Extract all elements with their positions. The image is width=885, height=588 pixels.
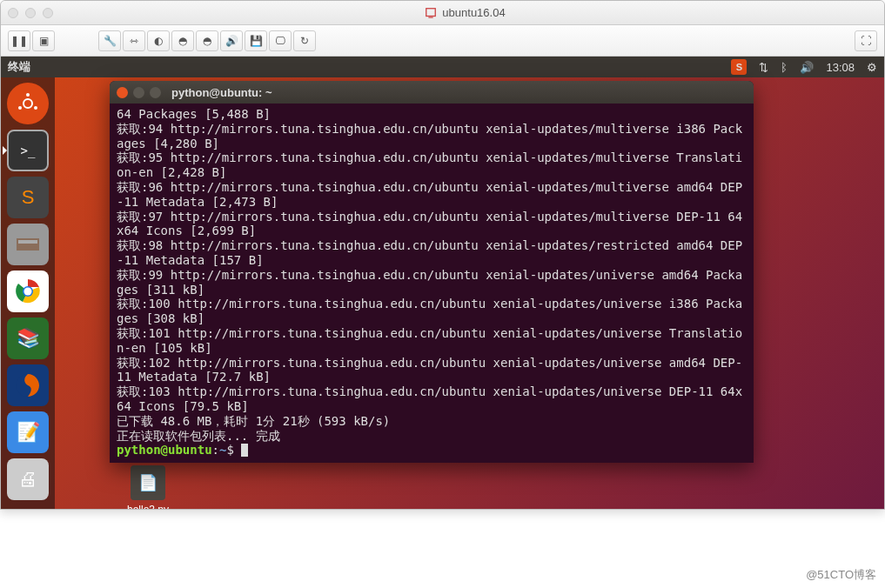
terminal-close-button[interactable] <box>117 87 128 98</box>
svg-point-10 <box>24 288 32 296</box>
floppy-button[interactable]: 💾 <box>245 30 267 51</box>
svg-rect-7 <box>18 240 37 244</box>
network-icon[interactable]: ⇅ <box>759 61 768 74</box>
settings-button[interactable]: 🔧 <box>98 30 121 51</box>
display-button[interactable]: 🖵 <box>269 30 292 51</box>
terminal-output[interactable]: 64 Packages [5,488 B] 获取:94 http://mirro… <box>110 104 754 463</box>
firefox-launcher-icon[interactable] <box>7 364 49 406</box>
cd-button[interactable]: ◓ <box>171 30 194 51</box>
book-launcher-icon[interactable]: 📚 <box>7 317 49 359</box>
sound-button[interactable]: 🔊 <box>220 30 243 51</box>
bluetooth-icon[interactable]: ᛒ <box>781 61 788 74</box>
sync-button[interactable]: ↻ <box>293 30 316 51</box>
ubuntu-top-panel: 终端 S ⇅ ᛒ 🔊 13:08 ⚙ <box>1 57 884 77</box>
mac-close-button[interactable] <box>8 8 18 18</box>
pause-button[interactable]: ❚❚ <box>8 30 30 51</box>
disk-button[interactable]: ◐ <box>147 30 170 51</box>
vm-icon <box>425 7 437 19</box>
terminal-minimize-button[interactable] <box>133 87 144 98</box>
ime-indicator[interactable]: S <box>731 59 747 75</box>
active-window-title: 终端 <box>8 59 30 75</box>
svg-point-5 <box>18 106 22 110</box>
vm-title: ubuntu16.04 <box>442 6 505 19</box>
snapshot-button[interactable]: ▣ <box>32 30 55 51</box>
terminal-titlebar[interactable]: python@ubuntu: ~ <box>110 81 754 104</box>
guest-screen: 终端 S ⇅ ᛒ 🔊 13:08 ⚙ >_ S 📚 📝 🖨 📄 hello3.p… <box>1 57 884 509</box>
terminal-title: python@ubuntu: ~ <box>171 86 272 99</box>
vm-toolbar: ❚❚ ▣ 🔧 ⇿ ◐ ◓ ◓ 🔊 💾 🖵 ↻ ⛶ <box>1 25 884 57</box>
vm-host-window: ubuntu16.04 ❚❚ ▣ 🔧 ⇿ ◐ ◓ ◓ 🔊 💾 🖵 ↻ ⛶ 终端 … <box>0 0 885 510</box>
clock[interactable]: 13:08 <box>826 61 855 74</box>
usb1-button[interactable]: ◓ <box>196 30 218 51</box>
file-icon: 📄 <box>131 465 165 500</box>
svg-rect-1 <box>429 17 433 17</box>
terminal-window: python@ubuntu: ~ 64 Packages [5,488 B] 获… <box>110 81 754 463</box>
settings-gear-icon[interactable]: ⚙ <box>867 61 877 74</box>
svg-point-4 <box>34 106 37 110</box>
volume-icon[interactable]: 🔊 <box>800 61 814 74</box>
document-launcher-icon[interactable]: 📝 <box>7 411 49 453</box>
fullscreen-button[interactable]: ⛶ <box>855 30 877 51</box>
mac-minimize-button[interactable] <box>25 8 36 18</box>
svg-rect-0 <box>426 8 436 16</box>
printer-launcher-icon[interactable]: 🖨 <box>7 458 49 500</box>
mac-zoom-button[interactable] <box>43 8 53 18</box>
svg-point-2 <box>23 99 32 108</box>
chrome-launcher-icon[interactable] <box>7 271 49 312</box>
dash-icon[interactable] <box>7 83 49 124</box>
sublime-launcher-icon[interactable]: S <box>7 177 49 218</box>
terminal-launcher-icon[interactable]: >_ <box>7 130 49 171</box>
watermark: @51CTO博客 <box>806 567 876 583</box>
unity-launcher: >_ S 📚 📝 🖨 <box>1 77 55 509</box>
network-button[interactable]: ⇿ <box>123 30 145 51</box>
terminal-maximize-button[interactable] <box>150 87 161 98</box>
files-launcher-icon[interactable] <box>7 224 49 265</box>
desktop-file[interactable]: 📄 hello3.py <box>127 465 169 509</box>
svg-point-3 <box>26 93 30 97</box>
mac-titlebar: ubuntu16.04 <box>1 1 884 25</box>
desktop-file-label: hello3.py <box>127 504 169 509</box>
